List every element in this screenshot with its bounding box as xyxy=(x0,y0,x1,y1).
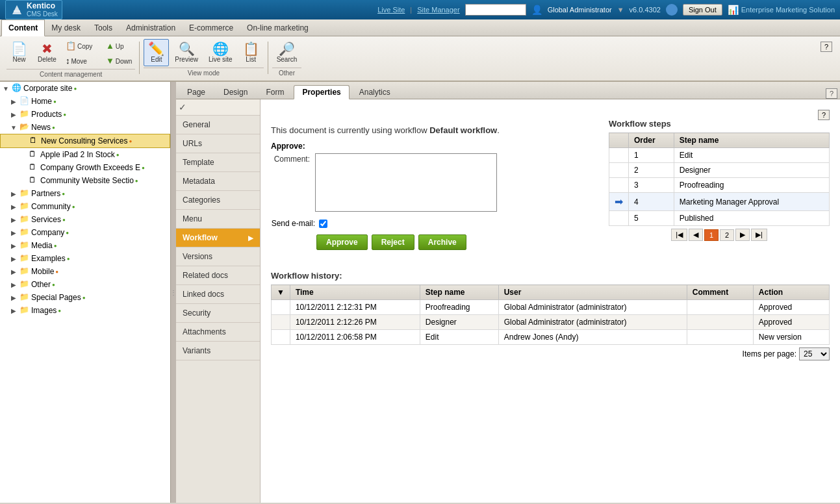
tree-toggle-services[interactable]: ▶ xyxy=(9,216,18,223)
down-button[interactable]: ▼ Down xyxy=(103,54,135,68)
nav-item-security[interactable]: Security xyxy=(176,304,260,323)
nav-item-general[interactable]: General xyxy=(176,116,260,134)
tree-toggle-other[interactable]: ▶ xyxy=(9,281,18,288)
tree-toggle-products[interactable]: ▶ xyxy=(9,111,18,118)
tree-item-partners[interactable]: ▶ 📁 Partners ● xyxy=(0,187,170,200)
pg-next[interactable]: ▶ xyxy=(735,229,750,241)
site-manager-link[interactable]: Site Manager xyxy=(417,6,459,14)
tree-item-media[interactable]: ▶ 📁 Media ● xyxy=(0,239,170,252)
nav-item-versions[interactable]: Versions xyxy=(176,247,260,266)
menu-item-tools[interactable]: Tools xyxy=(88,19,120,36)
history-col-comment[interactable]: Comment xyxy=(687,285,753,300)
sidebar-splitter[interactable]: ⋮ xyxy=(171,82,176,503)
nav-item-metadata[interactable]: Metadata xyxy=(176,172,260,191)
nav-item-related-docs[interactable]: Related docs xyxy=(176,266,260,285)
nav-item-menu[interactable]: Menu xyxy=(176,210,260,229)
tree-item-products[interactable]: ▶ 📁 Products ● xyxy=(0,108,170,121)
nav-item-categories[interactable]: Categories xyxy=(176,191,260,210)
tree-item-ipad[interactable]: 🗒 Apple iPad 2 In Stock ● xyxy=(0,148,170,161)
tree-item-special[interactable]: ▶ 📁 Special Pages ● xyxy=(0,291,170,304)
tab-help-button[interactable]: ? xyxy=(826,88,837,99)
tab-analytics[interactable]: Analytics xyxy=(351,85,399,99)
pg-first[interactable]: |◀ xyxy=(671,229,687,241)
tree-item-examples[interactable]: ▶ 📁 Examples ● xyxy=(0,252,170,265)
tree-toggle-examples[interactable]: ▶ xyxy=(9,255,18,262)
reject-button[interactable]: Reject xyxy=(372,234,414,250)
tree-item-consulting[interactable]: 🗒 New Consulting Services ● xyxy=(0,134,170,148)
menu-item-content[interactable]: Content xyxy=(1,19,45,36)
tree-item-company[interactable]: ▶ 📁 Company ● xyxy=(0,226,170,239)
history-row2-sort xyxy=(272,315,290,330)
version-label: v6.0.4302 xyxy=(630,6,661,14)
search-button[interactable]: 🔎 Search xyxy=(272,39,302,66)
pg-last[interactable]: ▶| xyxy=(751,229,767,241)
tab-design[interactable]: Design xyxy=(215,85,256,99)
edit-button[interactable]: ✏️ Edit xyxy=(144,39,169,66)
tree-item-growth[interactable]: 🗒 Company Growth Exceeds E ● xyxy=(0,161,170,174)
nav-item-urls[interactable]: URLs xyxy=(176,134,260,153)
tab-form[interactable]: Form xyxy=(257,85,292,99)
history-col-time[interactable]: Time xyxy=(290,285,420,300)
list-button[interactable]: 📋 List xyxy=(238,39,264,66)
up-button[interactable]: ▲ Up xyxy=(103,39,135,53)
logo[interactable]: Kentico CMS Desk xyxy=(5,0,62,19)
history-col-user[interactable]: User xyxy=(498,285,687,300)
tree-toggle-special[interactable]: ▶ xyxy=(9,294,18,301)
tree-item-community-web[interactable]: 🗒 Community Website Sectio ● xyxy=(0,174,170,187)
tree-label-mobile: Mobile xyxy=(31,267,54,276)
history-col-sort[interactable]: ▼ xyxy=(272,285,290,300)
menu-item-administration[interactable]: Administration xyxy=(120,19,183,36)
signout-button[interactable]: Sign Out xyxy=(683,4,722,16)
archive-button[interactable]: Archive xyxy=(418,234,466,250)
move-button[interactable]: ↕ Move xyxy=(62,54,101,68)
delete-button[interactable]: ✖ Delete xyxy=(33,39,61,66)
globe-icon[interactable] xyxy=(666,4,678,16)
pg-prev[interactable]: ◀ xyxy=(689,229,703,241)
tree-item-news[interactable]: ▼ 📂 News ● xyxy=(0,121,170,134)
tab-properties[interactable]: Properties xyxy=(294,85,349,99)
live-site-link[interactable]: Live Site xyxy=(377,6,405,14)
tree-toggle-home[interactable]: ▶ xyxy=(9,98,18,105)
toolbar-help[interactable]: ? xyxy=(818,39,835,55)
tree-toggle-news[interactable]: ▼ xyxy=(9,124,18,131)
tree-toggle-root[interactable]: ▼ xyxy=(1,85,10,92)
tree-toggle-images[interactable]: ▶ xyxy=(9,307,18,314)
menu-item-ecommerce[interactable]: E-commerce xyxy=(183,19,240,36)
site-dropdown[interactable]: Corporate site ▼ xyxy=(465,4,526,16)
tree-toggle-mobile[interactable]: ▶ xyxy=(9,268,18,275)
toolbar-group1-label: Content management xyxy=(6,69,135,78)
nav-item-variants[interactable]: Variants xyxy=(176,342,260,360)
nav-item-attachments[interactable]: Attachments xyxy=(176,323,260,342)
nav-item-workflow[interactable]: Workflow ▶ xyxy=(176,229,260,247)
menu-item-mydesk[interactable]: My desk xyxy=(45,19,88,36)
livesite-button[interactable]: 🌐 Live site xyxy=(204,39,237,66)
tree-item-mobile[interactable]: ▶ 📁 Mobile ● xyxy=(0,265,170,278)
comment-textarea[interactable] xyxy=(315,153,497,212)
history-col-step[interactable]: Step name xyxy=(420,285,498,300)
pg-1[interactable]: 1 xyxy=(704,229,719,241)
nav-item-linked-docs[interactable]: Linked docs xyxy=(176,285,260,304)
tree-item-community[interactable]: ▶ 📁 Community ● xyxy=(0,200,170,213)
send-email-checkbox[interactable] xyxy=(319,220,327,228)
copy-button[interactable]: 📋 Copy xyxy=(62,39,101,53)
tree-toggle-media[interactable]: ▶ xyxy=(9,242,18,249)
kentico-logo-icon xyxy=(10,3,24,17)
preview-button[interactable]: 🔍 Preview xyxy=(170,39,203,66)
tree-toggle-company[interactable]: ▶ xyxy=(9,229,18,236)
tree-item-other[interactable]: ▶ 📁 Other ● xyxy=(0,278,170,291)
tree-item-services[interactable]: ▶ 📁 Services ● xyxy=(0,213,170,226)
menu-item-marketing[interactable]: On-line marketing xyxy=(240,19,316,36)
history-col-action[interactable]: Action xyxy=(753,285,829,300)
pg-2[interactable]: 2 xyxy=(720,229,734,241)
nav-item-template[interactable]: Template xyxy=(176,153,260,172)
new-button[interactable]: 📄 New xyxy=(6,39,32,66)
tree-root[interactable]: ▼ 🌐 Corporate site ● xyxy=(0,82,170,95)
toolbar: 📄 New ✖ Delete 📋 Copy ↕ Move ▲ xyxy=(0,36,840,82)
tree-toggle-community[interactable]: ▶ xyxy=(9,203,18,210)
tree-toggle-partners[interactable]: ▶ xyxy=(9,190,18,197)
tree-item-images[interactable]: ▶ 📁 Images ● xyxy=(0,304,170,317)
approve-button[interactable]: Approve xyxy=(316,234,368,250)
tree-item-home[interactable]: ▶ 📄 Home ● xyxy=(0,95,170,108)
items-per-page-select[interactable]: 25 50 100 xyxy=(799,347,830,360)
tab-page[interactable]: Page xyxy=(179,85,214,99)
